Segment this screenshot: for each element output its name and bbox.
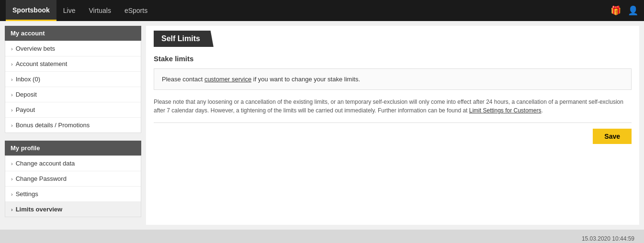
sidebar-item-label: Overview bets — [16, 45, 55, 52]
info-text-pre: Please contact — [162, 76, 204, 83]
sidebar-item-label: Account statement — [16, 60, 68, 67]
nav-virtuals[interactable]: Virtuals — [82, 0, 117, 21]
sidebar-item-payout[interactable]: › Payout — [5, 102, 141, 118]
sidebar-item-label: Deposit — [16, 91, 37, 98]
my-account-list: › Overview bets › Account statement › In… — [5, 41, 141, 133]
sidebar-item-label: Settings — [16, 190, 38, 198]
section-title: Stake limits — [154, 55, 632, 63]
customer-service-link[interactable]: customer service — [204, 76, 251, 83]
main-content: Self Limits Stake limits Please contact … — [146, 26, 639, 225]
sidebar-item-label: Inbox (0) — [16, 76, 40, 83]
page-title: Self Limits — [154, 31, 214, 47]
sidebar-item-change-password[interactable]: › Change Password — [5, 171, 141, 187]
limit-settings-link[interactable]: Limit Settings for Customers — [469, 107, 542, 114]
my-account-title: My account — [5, 26, 141, 41]
footer: 15.03.2020 10:44:59 Interwetten Help and… — [0, 230, 644, 243]
sidebar-item-inbox[interactable]: › Inbox (0) — [5, 72, 141, 87]
sidebar-item-label: Change Password — [16, 175, 67, 182]
sidebar-item-label: Bonus details / Promotions — [16, 122, 90, 129]
sidebar-item-bonus[interactable]: › Bonus details / Promotions — [5, 118, 141, 133]
chevron-icon: › — [11, 77, 13, 82]
chevron-icon: › — [11, 191, 13, 197]
sidebar-item-limits-overview[interactable]: › Limits overview — [5, 202, 141, 217]
info-box: Please contact customer service if you w… — [154, 68, 632, 90]
nav-icons: 🎁 👤 — [610, 5, 638, 16]
chevron-icon: › — [11, 207, 13, 212]
user-icon[interactable]: 👤 — [628, 5, 638, 16]
sidebar-item-overview-bets[interactable]: › Overview bets — [5, 41, 141, 56]
footer-timestamp: 15.03.2020 10:44:59 — [10, 235, 634, 242]
sidebar-item-label: Payout — [16, 106, 35, 113]
main-layout: My account › Overview bets › Account sta… — [0, 21, 644, 230]
my-profile-title: My profile — [5, 141, 141, 155]
sidebar-item-deposit[interactable]: › Deposit — [5, 87, 141, 102]
nav-items: Sportsbook Live Virtuals eSports — [6, 0, 610, 21]
sidebar-item-account-statement[interactable]: › Account statement — [5, 56, 141, 72]
chevron-icon: › — [11, 161, 13, 166]
chevron-icon: › — [11, 46, 13, 52]
my-profile-list: › Change account data › Change Password … — [5, 155, 141, 217]
gift-icon[interactable]: 🎁 — [610, 5, 621, 16]
nav-live[interactable]: Live — [56, 0, 82, 21]
sidebar-item-change-account[interactable]: › Change account data — [5, 156, 141, 171]
chevron-icon: › — [11, 107, 13, 113]
nav-sportsbook[interactable]: Sportsbook — [6, 0, 56, 21]
notice-text: Please note that any loosening or a canc… — [154, 98, 632, 115]
chevron-icon: › — [11, 122, 13, 128]
chevron-icon: › — [11, 61, 13, 67]
sidebar-item-settings[interactable]: › Settings — [5, 187, 141, 202]
chevron-icon: › — [11, 92, 13, 98]
save-area: Save — [154, 122, 632, 144]
nav-esports[interactable]: eSports — [118, 0, 154, 21]
chevron-icon: › — [11, 176, 13, 182]
sidebar: My account › Overview bets › Account sta… — [0, 21, 146, 230]
sidebar-item-label: Change account data — [16, 160, 75, 167]
sidebar-item-label: Limits overview — [16, 206, 63, 213]
save-button[interactable]: Save — [593, 129, 632, 144]
info-text-post: if you want to change your stake limits. — [251, 76, 360, 83]
top-nav: Sportsbook Live Virtuals eSports 🎁 👤 — [0, 0, 644, 21]
